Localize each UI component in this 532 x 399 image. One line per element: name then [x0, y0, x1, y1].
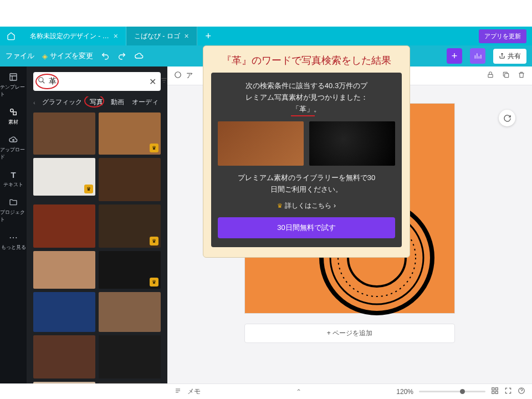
photo-thumb[interactable]	[33, 335, 95, 378]
photo-thumb[interactable]	[99, 382, 161, 383]
svg-rect-5	[488, 74, 493, 77]
promo-learn-more[interactable]: ♛ 詳しくはこちら ›	[218, 201, 395, 211]
home-button[interactable]	[0, 27, 22, 45]
filter-icon[interactable]	[160, 76, 167, 86]
crown-icon: ♛	[277, 202, 283, 209]
text-icon: T	[8, 170, 19, 180]
svg-point-1	[11, 109, 13, 112]
crown-icon: ♛	[150, 278, 158, 287]
svg-rect-14	[495, 391, 498, 393]
cat-video[interactable]: 動画	[110, 96, 125, 108]
promo-thumb-leather	[218, 121, 304, 166]
rail-upload[interactable]: アップロード	[0, 130, 27, 165]
photo-grid: ♛♛♛♛	[33, 112, 161, 383]
svg-point-4	[175, 72, 181, 78]
tab-kobanavi[interactable]: こばなび - ロゴ ×	[126, 27, 197, 45]
bottom-bar: メモ ⌃ 120%	[167, 383, 532, 399]
add-page-button[interactable]: + ページを追加	[244, 324, 455, 343]
crown-icon: ♛	[150, 144, 158, 152]
elements-icon	[8, 107, 19, 117]
share-button[interactable]: 共有	[493, 49, 526, 64]
resize-button[interactable]: ◈サイズを変更	[42, 51, 93, 61]
add-button[interactable]: +	[447, 48, 462, 64]
elements-panel: ✕ ‹ グラフィック 写真 動画 オーディ › ♛♛♛♛	[27, 66, 167, 383]
photo-thumb[interactable]	[33, 382, 95, 383]
redo-button[interactable]	[117, 52, 126, 60]
tab-label: こばなび - ロゴ	[134, 32, 180, 41]
tab-untitled[interactable]: 名称未設定のデザイン - … ×	[22, 27, 126, 45]
reload-button[interactable]	[499, 110, 515, 126]
photo-thumb[interactable]	[33, 292, 95, 332]
upload-icon	[8, 135, 19, 145]
tab-bar: 名称未設定のデザイン - … × こばなび - ロゴ × + アプリを更新	[0, 27, 532, 45]
svg-rect-13	[492, 391, 494, 393]
cat-photo[interactable]: 写真	[89, 96, 104, 108]
tool-label: ア	[186, 71, 193, 80]
photo-thumb[interactable]	[33, 251, 95, 289]
analytics-button[interactable]	[470, 48, 485, 64]
cat-audio[interactable]: オーディ	[131, 96, 160, 108]
memo-icon[interactable]	[174, 387, 182, 396]
undo-button[interactable]	[101, 52, 110, 60]
photo-thumb[interactable]	[33, 112, 95, 155]
folder-icon	[8, 197, 19, 207]
trash-icon[interactable]	[518, 71, 525, 80]
promo-cta-button[interactable]: 30日間無料で試す	[218, 217, 395, 238]
file-menu[interactable]: ファイル	[6, 51, 34, 61]
category-tabs: ‹ グラフィック 写真 動画 オーディ ›	[33, 96, 161, 108]
photo-thumb[interactable]: ♛	[99, 112, 161, 155]
promo-heading: 次の検索条件に該当する40.3万件のプ レミアム写真素材が見つかりました： 「革…	[218, 80, 395, 115]
more-icon: ⋯	[8, 232, 19, 242]
copy-icon[interactable]	[502, 71, 510, 80]
photo-thumb[interactable]: ♛	[99, 204, 161, 248]
cloud-sync-icon[interactable]	[134, 52, 144, 60]
chevron-up-icon[interactable]: ⌃	[296, 388, 301, 396]
template-icon	[8, 72, 19, 82]
side-rail: テンプレート 素材 アップロード T テキスト プロジェクト ⋯ もっと見る	[0, 66, 27, 383]
promo-thumb-black-leather	[309, 121, 395, 166]
search-icon	[38, 76, 45, 86]
svg-point-3	[39, 78, 43, 82]
zoom-slider[interactable]	[419, 391, 485, 392]
search-input[interactable]	[49, 77, 146, 86]
svg-rect-12	[495, 388, 498, 390]
grid-view-icon[interactable]	[491, 387, 499, 396]
photo-thumb[interactable]	[99, 292, 161, 332]
fullscreen-icon[interactable]	[504, 387, 512, 396]
chevron-left-icon[interactable]: ‹	[33, 99, 35, 106]
photo-thumb[interactable]: ♛	[33, 158, 95, 196]
tab-label: 名称未設定のデザイン - …	[30, 32, 109, 41]
lock-icon[interactable]	[487, 71, 494, 80]
close-icon[interactable]: ×	[114, 32, 118, 40]
rail-text[interactable]: T テキスト	[0, 165, 27, 193]
crown-icon: ♛	[150, 237, 158, 245]
photo-thumb[interactable]	[33, 204, 95, 248]
clear-icon[interactable]: ✕	[149, 76, 156, 87]
search-input-wrap: ✕	[33, 72, 161, 91]
rail-more[interactable]: ⋯ もっと見る	[0, 228, 27, 255]
premium-promo: 次の検索条件に該当する40.3万件のプ レミアム写真素材が見つかりました： 「革…	[211, 73, 402, 247]
zoom-value[interactable]: 120%	[396, 388, 413, 396]
rail-projects[interactable]: プロジェクト	[0, 193, 27, 228]
svg-rect-6	[505, 74, 509, 78]
update-app-button[interactable]: アプリを更新	[479, 29, 526, 43]
svg-rect-11	[492, 388, 494, 390]
callout-title: 『革』のワードで写真検索をした結果	[211, 54, 402, 67]
photo-thumb[interactable]	[99, 158, 161, 201]
close-icon[interactable]: ×	[185, 32, 189, 40]
photo-thumb[interactable]	[99, 335, 161, 378]
cat-graphic[interactable]: グラフィック	[41, 96, 83, 108]
promo-subtext: プレミアム素材のライブラリーを無料で30 日間ご利用ください。	[218, 172, 395, 196]
new-tab-button[interactable]: +	[197, 27, 219, 45]
rail-templates[interactable]: テンプレート	[0, 68, 27, 103]
help-icon[interactable]	[518, 387, 525, 396]
photo-thumb[interactable]: ♛	[99, 251, 161, 289]
memo-label[interactable]: メモ	[187, 387, 201, 396]
edit-icon[interactable]	[174, 71, 182, 80]
svg-rect-2	[13, 112, 16, 115]
annotation-callout: 『革』のワードで写真検索をした結果 次の検索条件に該当する40.3万件のプ レミ…	[203, 45, 410, 258]
rail-elements[interactable]: 素材	[0, 103, 27, 130]
crown-icon: ♛	[84, 185, 93, 193]
svg-rect-0	[10, 74, 17, 80]
